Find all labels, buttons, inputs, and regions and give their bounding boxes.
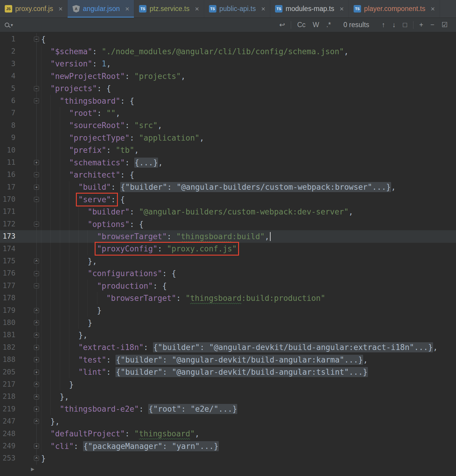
open-in-find-window-icon[interactable]: □ [399,21,411,28]
match-case-icon[interactable]: Cc [293,21,309,28]
fold-open-icon[interactable]: − [34,271,39,276]
indent-guide [88,292,97,304]
code-line[interactable]: 10"prefix": "tb", [0,144,456,156]
line-number: 171 [0,206,15,218]
code-line[interactable]: 173"browserTarget": "thingsboard:build", [0,230,456,242]
remove-occurrence-icon[interactable]: − [427,21,438,28]
fold-end-icon[interactable]: ^ [34,333,39,338]
fold-end-icon[interactable]: ^ [34,308,39,313]
code-line[interactable]: 248"defaultProject": "thingsboard", [0,428,456,440]
code-line[interactable]: 175^}, [0,255,456,267]
previous-occurrence-icon[interactable]: ↑ [378,21,389,28]
add-occurrence-icon[interactable]: + [416,21,427,28]
indent-guide [41,193,50,206]
code-line[interactable]: 217^} [0,378,456,391]
code-line[interactable]: 176−"configurations": { [0,267,456,279]
code-line[interactable]: 247^}, [0,415,456,427]
fold-closed-icon[interactable]: + [34,185,39,190]
tab-modules-map.ts[interactable]: TSmodules-map.ts× [270,0,349,18]
fold-end-icon[interactable]: ^ [34,394,39,399]
code-line[interactable]: 249+"cli": {"packageManager": "yarn"...} [0,440,456,452]
fold-end-icon[interactable]: ^ [34,259,39,264]
javascript-file-icon: JS [5,5,12,13]
code-line[interactable]: 172−"options": { [0,218,456,230]
next-occurrence-icon[interactable]: ↓ [389,21,399,28]
fold-open-icon[interactable]: − [34,222,39,227]
code-line[interactable]: 17+"build": {"builder": "@angular-builde… [0,181,456,193]
fold-end-icon[interactable]: ^ [34,382,39,387]
tab-proxy.conf.js[interactable]: JSproxy.conf.js× [0,0,68,18]
code-line[interactable]: 6−"thingsboard": { [0,95,456,107]
tab-close-icon[interactable]: × [261,5,265,13]
fold-closed-icon[interactable]: + [34,357,39,362]
code-line[interactable]: 181^}, [0,329,456,341]
select-all-occurrences-icon[interactable]: ☑ [438,21,451,28]
indent-guide [41,415,50,427]
indent-guide [69,243,78,255]
code-line[interactable]: 3"version": 1, [0,58,456,70]
code-line[interactable]: 179^} [0,304,456,317]
code-line[interactable]: 205+"lint": {"builder": "@angular-devkit… [0,366,456,378]
fold-end-icon[interactable]: ^ [34,320,39,325]
fold-column [15,428,41,440]
code-line[interactable]: 171"builder": "@angular-builders/custom-… [0,206,456,218]
fold-open-icon[interactable]: − [34,283,39,288]
fold-closed-icon[interactable]: + [34,345,39,350]
code-line[interactable]: 9"projectType": "application", [0,132,456,144]
indent-guide [69,255,78,267]
code-line[interactable]: 218^}, [0,391,456,403]
search-input[interactable] [16,21,276,29]
tab-close-icon[interactable]: × [125,5,129,13]
fold-end-icon[interactable]: ^ [34,419,39,424]
regex-icon[interactable]: .* [323,21,334,28]
code-line[interactable]: 4"newProjectRoot": "projects", [0,70,456,82]
fold-end-icon[interactable]: ^ [34,456,39,461]
code-text: "production": { [41,280,456,292]
fold-closed-icon[interactable]: + [34,444,39,449]
fold-open-icon[interactable]: − [34,172,39,177]
code-line[interactable]: 178"browserTarget": "thingsboard:build:p… [0,292,456,304]
fold-open-icon[interactable]: − [34,86,39,91]
fold-open-icon[interactable]: − [34,37,39,42]
code-line[interactable]: 180^} [0,317,456,329]
fold-open-icon[interactable]: − [34,197,39,202]
tab-close-icon[interactable]: × [340,5,344,13]
code-line[interactable]: 170−"serve": { [0,193,456,206]
tab-angular.json[interactable]: Aangular.json× [68,0,134,18]
code-line[interactable]: 253^} [0,452,456,464]
code-line[interactable]: 182+"extract-i18n": {"builder": "@angula… [0,341,456,354]
words-icon[interactable]: W [309,21,323,28]
fold-open-icon[interactable]: − [34,98,39,103]
tab-player.component.ts[interactable]: TSplayer.component.ts× [349,0,440,18]
indent-guide [41,341,50,354]
tab-public-api.ts[interactable]: TSpublic-api.ts× [204,0,271,18]
code-line[interactable]: 5−"projects": { [0,83,456,95]
code-line[interactable]: 1−{ [0,33,456,45]
line-number: 249 [0,440,15,452]
code-line[interactable]: 16−"architect": { [0,169,456,181]
code-text: "root": "", [41,107,456,119]
fold-closed-icon[interactable]: + [34,370,39,375]
code-line[interactable]: 188+"test": {"builder": "@angular-devkit… [0,354,456,366]
tab-ptz.service.ts[interactable]: TSptz.service.ts× [134,0,204,18]
fold-closed-icon[interactable]: + [34,407,39,412]
code-line[interactable]: 8"sourceRoot": "src", [0,119,456,132]
tab-close-icon[interactable]: × [58,5,63,13]
tab-close-icon[interactable]: × [431,5,435,13]
new-line-icon[interactable]: ↩ [276,21,288,28]
tab-close-icon[interactable]: × [195,5,199,13]
search-icon[interactable]: ▾ [5,22,13,28]
code-line[interactable]: 174"proxyConfig": "proxy.conf.js" [0,243,456,255]
indent-guide [50,107,60,119]
code-line[interactable]: 219+"thingsboard-e2e": {"root": "e2e/"..… [0,403,456,415]
code-line[interactable]: 11+"schematics": {...}, [0,156,456,169]
code-line[interactable]: 2"$schema": "./node_modules/@angular/cli… [0,45,456,57]
code-line[interactable]: 7"root": "", [0,107,456,119]
code-token: : [143,343,153,352]
code-token: { [41,35,46,44]
editor[interactable]: 1−{2"$schema": "./node_modules/@angular/… [0,32,456,465]
line-number: 173 [0,230,15,242]
code-token: "serve" [78,195,111,204]
code-line[interactable]: 177−"production": { [0,280,456,292]
fold-closed-icon[interactable]: + [34,160,39,165]
